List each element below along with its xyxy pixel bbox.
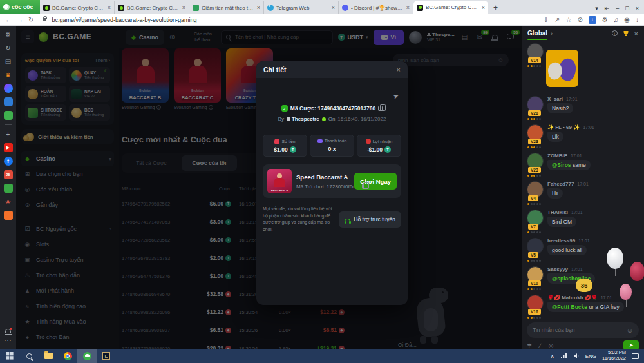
- info-icon[interactable]: i: [156, 105, 161, 110]
- share-icon[interactable]: ↗: [554, 16, 560, 23]
- send-button[interactable]: ➤: [623, 340, 639, 349]
- sidebar-item[interactable]: ⊙ Gần đây: [21, 197, 114, 213]
- game-search-box[interactable]: [221, 30, 333, 44]
- extensions-icon[interactable]: ⚙: [602, 16, 608, 23]
- chevron-right-icon[interactable]: ›: [551, 30, 553, 37]
- search-input[interactable]: [234, 34, 328, 41]
- taskbar-clock[interactable]: 5:02 PM 11/16/2022: [602, 350, 626, 361]
- sidebar-item[interactable]: ★ Tính năng Mua vào: [21, 314, 114, 329]
- comment-input[interactable]: bình luận của bạn ☺: [393, 54, 509, 66]
- emoji-smiley-icon[interactable]: ☺: [498, 57, 504, 63]
- chat-username[interactable]: Faheed777: [547, 181, 574, 187]
- chat-close-icon[interactable]: ×: [634, 30, 638, 37]
- sidebar-item[interactable]: ≈ Tính biến động cao: [21, 299, 114, 314]
- browser-tab[interactable]: BC.Game: Crypto Casino Gan ×: [413, 1, 488, 14]
- chat-toggle-icon[interactable]: 36: [505, 34, 515, 41]
- game-thumbnail[interactable]: Evolution BACCARAT C: [174, 48, 221, 103]
- chat-app-icon[interactable]: [4, 97, 13, 106]
- chat-username[interactable]: Sassyyy: [547, 266, 568, 272]
- profile-icon[interactable]: ◉: [624, 16, 630, 23]
- bet-list-icon[interactable]: ▤: [460, 34, 470, 41]
- emoji-smiley-icon[interactable]: ☺: [627, 327, 633, 334]
- save-page-icon[interactable]: ⇓: [544, 16, 549, 23]
- downloader-icon[interactable]: ↓: [589, 16, 596, 24]
- chat-username[interactable]: 🌹💋 Mahrokh 💋🌹: [547, 295, 598, 300]
- bet-id[interactable]: 174846296829901927: [122, 328, 194, 333]
- history-icon[interactable]: ↻: [4, 43, 13, 52]
- header-sports-button[interactable]: ⊕ Các môn thể thao: [169, 32, 216, 42]
- chat-image-attachment[interactable]: [546, 50, 578, 87]
- tab-close-icon[interactable]: ×: [257, 5, 260, 11]
- taskbar-search-icon[interactable]: [19, 349, 39, 363]
- promo-card[interactable]: SHITCODETiền thưởng: [25, 104, 66, 121]
- mention-text[interactable]: @Futtt Bucke: [552, 304, 587, 310]
- modal-close-icon[interactable]: ×: [397, 66, 401, 74]
- forward-button[interactable]: →: [17, 16, 23, 23]
- start-button[interactable]: [0, 349, 19, 363]
- browser-tab[interactable]: Telegram Web ×: [264, 1, 339, 14]
- browser-tab[interactable]: BC.Game: Crypto Casino Gan ×: [115, 1, 189, 14]
- chat-username[interactable]: THAIkiki: [547, 210, 568, 215]
- promo-card[interactable]: BCDTiền thưởng: [69, 104, 110, 121]
- close-button[interactable]: ×: [636, 5, 639, 12]
- header-casino-button[interactable]: ◆ Casino: [126, 30, 164, 45]
- coccoc-brand-button[interactable]: cốc cốc: [0, 0, 40, 14]
- browser-tab[interactable]: • Discord | #🏆show-off-you ×: [339, 1, 413, 14]
- user-avatar[interactable]: [409, 31, 422, 44]
- mention-text[interactable]: @Siros: [552, 162, 571, 168]
- bets-tab[interactable]: Cược của tôi: [182, 155, 237, 171]
- downloads-icon[interactable]: ↓: [636, 16, 639, 23]
- currency-selector[interactable]: USDT ▾: [338, 34, 368, 41]
- shop-app-icon[interactable]: ❀: [4, 197, 13, 206]
- bcgame-logo-text[interactable]: BC.GAME: [53, 32, 91, 41]
- chat-username[interactable]: ZOMBIE: [547, 153, 567, 159]
- promo-card[interactable]: HOÀNTIỀN XẤU: [25, 86, 66, 102]
- bet-row[interactable]: 174838372539909670 $20.32 18:30:54 1.95×…: [122, 339, 345, 349]
- game-thumbnail[interactable]: BACCARAT A: [267, 169, 292, 193]
- bell-icon[interactable]: [490, 34, 500, 41]
- bets-tab[interactable]: Tất cả Cược: [124, 155, 179, 171]
- media-icon[interactable]: ♫: [614, 16, 619, 23]
- wallet-app-icon[interactable]: [4, 184, 13, 193]
- chat-username[interactable]: ✨ FL • 69 ✨: [547, 124, 580, 130]
- games-app-icon[interactable]: [4, 111, 13, 120]
- file-explorer-icon[interactable]: [39, 349, 58, 363]
- adblock-shield-icon[interactable]: ⊘: [577, 16, 582, 23]
- chat-username[interactable]: X_sarl: [547, 96, 563, 102]
- chat-rules-icon[interactable]: i: [612, 30, 618, 36]
- reload-button[interactable]: ↻: [28, 16, 33, 23]
- tab-close-icon[interactable]: ×: [108, 5, 111, 11]
- hamburger-menu-icon[interactable]: ≡: [21, 30, 34, 43]
- trophy-icon[interactable]: [623, 30, 629, 37]
- network-icon[interactable]: [560, 353, 567, 359]
- slash-command-icon[interactable]: ∕: [540, 342, 541, 349]
- minimize-button[interactable]: –: [616, 5, 619, 12]
- tab-close-icon[interactable]: ×: [182, 5, 185, 11]
- cart-app-icon[interactable]: [4, 211, 13, 220]
- sidebar-item[interactable]: ◉ Slots: [21, 237, 114, 252]
- game-card[interactable]: Evolution BACCARAT B Evolution Gaming i: [122, 48, 169, 110]
- browser-tab[interactable]: Giảm tiền mặt theo tiến hóa! ×: [189, 1, 264, 14]
- bet-id[interactable]: 174846303616949670: [122, 291, 194, 297]
- chrome-icon[interactable]: [58, 349, 77, 363]
- sidebar-item[interactable]: ♠ Trò chơi Bàn: [21, 329, 114, 345]
- sidebar-item-casino[interactable]: ◆ Casino ▾: [21, 151, 114, 166]
- maximize-button[interactable]: □: [625, 5, 629, 12]
- info-icon[interactable]: i: [209, 105, 213, 110]
- chat-room-label[interactable]: Global: [527, 30, 547, 37]
- bookmark-star-icon[interactable]: ☆: [565, 16, 571, 23]
- language-indicator[interactable]: ENG: [585, 353, 596, 359]
- messenger-icon[interactable]: [4, 84, 13, 93]
- sidebar-item[interactable]: ⊞ Lựa chọn cho bạn: [21, 166, 114, 182]
- bet-id[interactable]: 174964367803915783: [122, 255, 194, 261]
- calendar-app-icon[interactable]: 25: [4, 170, 13, 179]
- sidebar-item[interactable]: ▣ Casino Trực tuyến: [21, 252, 114, 268]
- promo-card[interactable]: QUAYTiền thưởng ☾: [69, 67, 110, 83]
- reading-list-icon[interactable]: ▤: [4, 57, 13, 66]
- notifications-bell-icon[interactable]: [5, 329, 11, 333]
- vip-more-link[interactable]: Thêm ›: [95, 57, 110, 63]
- game-card[interactable]: Evolution BACCARAT C Evolution Gaming i: [174, 48, 221, 110]
- bet-id[interactable]: 174846299828226096: [122, 309, 194, 315]
- sidebar-item[interactable]: ▲ Mới Phát hành: [21, 283, 114, 299]
- bet-id[interactable]: 174964372056028582: [122, 237, 194, 243]
